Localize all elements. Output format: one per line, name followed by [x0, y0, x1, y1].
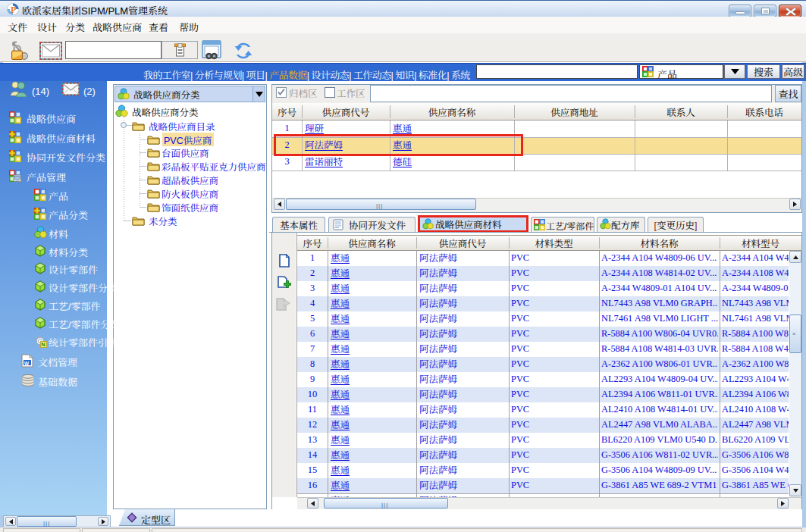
svg-text:P: P — [11, 5, 16, 15]
svg-text:N: N — [41, 341, 45, 348]
svg-text:W: W — [24, 361, 30, 366]
